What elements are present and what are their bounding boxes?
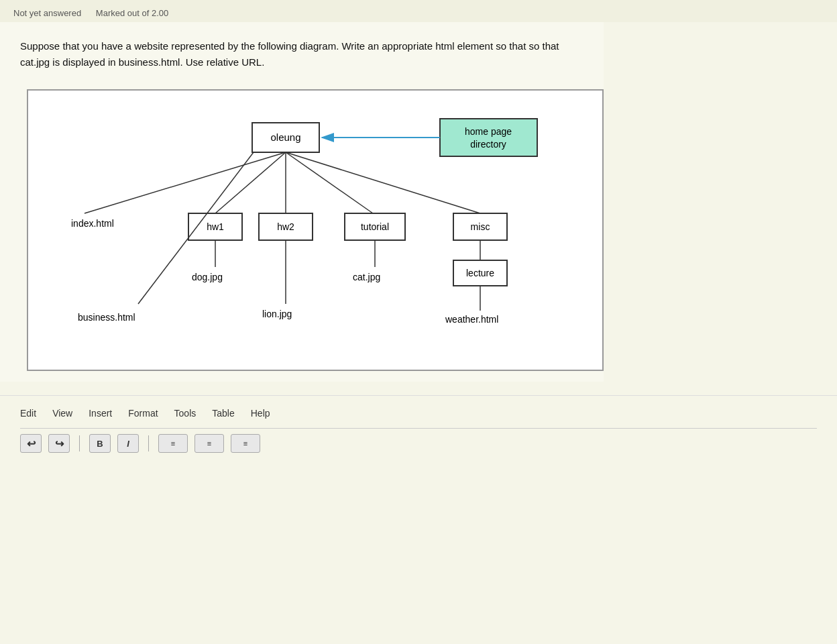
question-text: Suppose that you have a website represen… <box>20 38 583 70</box>
diagram-container: oleung home page directory <box>27 89 604 371</box>
oleung-label: oleung <box>270 131 300 143</box>
dog-jpg-label: dog.jpg <box>192 272 223 282</box>
undo-button[interactable]: ↩ <box>20 434 42 453</box>
bold-button[interactable]: B <box>89 434 111 453</box>
menu-insert[interactable]: Insert <box>89 408 112 419</box>
weather-html-label: weather.html <box>445 314 498 325</box>
menu-help[interactable]: Help <box>251 408 270 419</box>
menu-tools[interactable]: Tools <box>174 408 197 419</box>
line-to-hw1 <box>215 152 286 213</box>
svg-text:directory: directory <box>470 139 506 150</box>
lion-jpg-label: lion.jpg <box>262 309 292 319</box>
cat-jpg-label: cat.jpg <box>353 272 380 282</box>
list-button-2[interactable]: ≡ <box>194 434 224 453</box>
italic-button[interactable]: I <box>117 434 139 453</box>
menu-edit[interactable]: Edit <box>20 408 36 419</box>
separator-2 <box>148 435 149 451</box>
marked-out-label: Marked out of 2.00 <box>96 8 168 18</box>
menu-format[interactable]: Format <box>128 408 158 419</box>
toolbar-area: Edit View Insert Format Tools Table Help… <box>0 395 837 465</box>
index-html-label: index.html <box>71 218 114 229</box>
toolbar-menu: Edit View Insert Format Tools Table Help <box>20 408 817 419</box>
question-area: Suppose that you have a website represen… <box>0 22 604 382</box>
list-button-3[interactable]: ≡ <box>231 434 260 453</box>
line-to-index <box>85 152 286 213</box>
hw1-label: hw1 <box>207 221 224 232</box>
top-bar: Not yet answered Marked out of 2.00 <box>0 0 837 22</box>
menu-view[interactable]: View <box>52 408 72 419</box>
line-to-tutorial <box>286 152 373 213</box>
list-button-1[interactable]: ≡ <box>158 434 188 453</box>
business-html-label: business.html <box>78 312 135 323</box>
hw2-label: hw2 <box>277 221 294 232</box>
menu-table[interactable]: Table <box>212 408 234 419</box>
misc-label: misc <box>471 221 490 232</box>
diagram-svg: oleung home page directory <box>44 109 594 351</box>
line-to-misc <box>286 152 480 213</box>
home-page-directory-label: home page <box>465 126 512 137</box>
not-answered-label: Not yet answered <box>13 8 81 18</box>
tutorial-label: tutorial <box>361 221 389 232</box>
redo-button[interactable]: ↪ <box>48 434 70 453</box>
toolbar-buttons: ↩ ↪ B I ≡ ≡ ≡ <box>20 428 817 458</box>
lecture-label: lecture <box>466 268 494 278</box>
home-page-directory-node <box>440 119 537 156</box>
separator-1 <box>79 435 80 451</box>
